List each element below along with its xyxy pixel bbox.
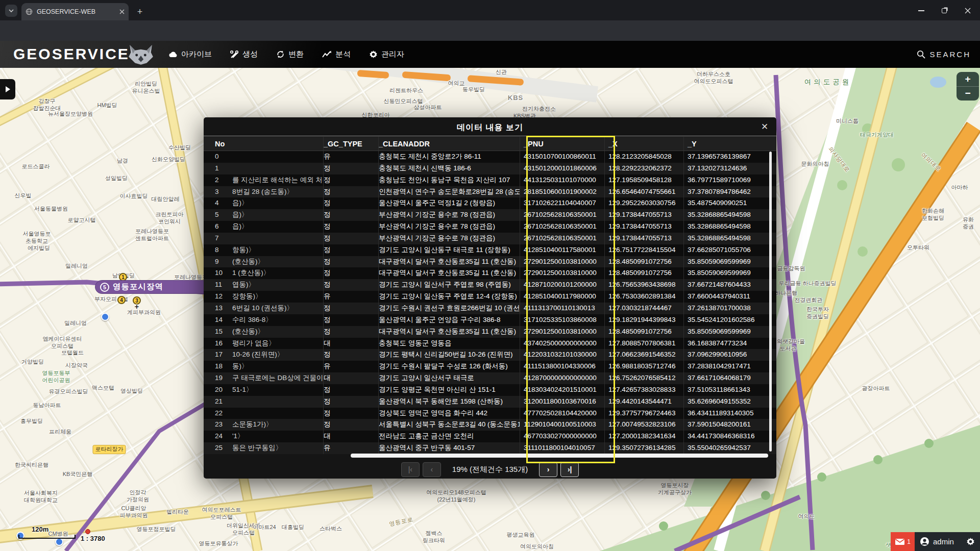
cell-pnu: 4128510400117580001 bbox=[520, 244, 605, 256]
cell-y: 37.26138701700038 bbox=[684, 303, 776, 314]
cell-no: 2를 지산리로 해석하는 예외 처리〉 bbox=[204, 174, 324, 186]
nav-item-convert[interactable]: 변환 bbox=[276, 49, 304, 59]
horizontal-scrollbar[interactable] bbox=[351, 454, 768, 458]
cell-pnu: 2729012500103810000 bbox=[520, 326, 605, 338]
cell-cleanaddr: 대구광역시 달서구 호산동로35길 11 (호산동) bbox=[379, 267, 520, 279]
nav-item-admin[interactable]: 관리자 bbox=[369, 49, 404, 59]
cell-y: 36.79771589710069 bbox=[684, 174, 776, 186]
cell-no: 4읍)〉 bbox=[204, 197, 324, 209]
cell-y: 37.66004437940311 bbox=[684, 291, 776, 303]
table-row[interactable]: 7 정 부산광역시 기장군 용수로 78 (정관읍) 2671025628106… bbox=[204, 233, 776, 244]
column-header-cleanaddr[interactable]: _CLEANADDR bbox=[379, 137, 520, 151]
nav-item-analyze[interactable]: 분석 bbox=[322, 49, 351, 59]
browser-toolbar: geoservice.co.kr 형준 bbox=[0, 20, 980, 41]
browser-tab[interactable]: GEOSERVICE-WEB bbox=[21, 3, 129, 20]
settings-gear-icon[interactable] bbox=[966, 537, 975, 546]
table-row[interactable]: 101 (호산동)〉 정 대구광역시 달서구 호산동로35길 11 (호산동) … bbox=[204, 267, 776, 279]
cell-x: 126.75262076585412 bbox=[605, 372, 684, 384]
table-row[interactable]: 21 정 울산광역시 북구 동해안로 1598 (산하동) 3120011800… bbox=[204, 396, 776, 408]
brand-logo-text[interactable]: GEOSERVICE bbox=[13, 45, 130, 63]
modal-close-button[interactable]: ✕ bbox=[759, 121, 770, 133]
cell-pnu: 4374025000000000000 bbox=[520, 338, 605, 349]
close-window-button[interactable] bbox=[958, 4, 978, 17]
tab-close-icon[interactable] bbox=[119, 9, 125, 14]
cell-no: 136번길 10 (권선동)〉 bbox=[204, 303, 324, 314]
nav-item-label: 생성 bbox=[242, 49, 258, 59]
cell-x: 128.4850991072756 bbox=[605, 326, 684, 338]
table-row[interactable]: 1 정 충청북도 제천시 신백동 186-6 43150120001018600… bbox=[204, 163, 776, 174]
table-row[interactable]: 25동은 반구동임〉 유 울산광역시 중구 반구동 401-57 3111011… bbox=[204, 442, 776, 454]
table-header: No _GC_TYPE _CLEANADDR _PNU _X _Y bbox=[204, 137, 776, 151]
cell-no: 2051-1〉 bbox=[204, 384, 324, 396]
table-row[interactable]: 1710-26 (진위면)〉 정 경기도 평택시 신리길50번길 10-26 (… bbox=[204, 349, 776, 361]
table-row[interactable]: 23소문동1가)〉 정 서울특별시 성북구 동소문로3길 40 (동소문동1가)… bbox=[204, 419, 776, 431]
table-row[interactable]: 15(호산동)〉 정 대구광역시 달서구 호산동로35길 11 (호산동) 27… bbox=[204, 326, 776, 338]
table-row[interactable]: 2를 지산리로 해석하는 예외 처리〉 정 충청남도 천안시 동남구 목천읍 지… bbox=[204, 174, 776, 186]
table-row[interactable]: 2051-1〉 정 경기도 양평군 옥천면 아신리 산 151-1 418303… bbox=[204, 384, 776, 396]
minimize-button[interactable] bbox=[911, 4, 932, 17]
table-row[interactable]: 22 정 경상북도 영덕군 영덕읍 화수리 442 47770250281044… bbox=[204, 408, 776, 419]
restore-icon bbox=[942, 8, 947, 13]
table-row[interactable]: 19구 태극로에는 DB상에 건물이 없음〉 대 경기도 고양시 일산서구 태극… bbox=[204, 372, 776, 384]
search-icon bbox=[917, 50, 925, 59]
table-row[interactable]: 8항동)〉 정 경기도 고양시 일산동구 태극로 11 (장항동) 412851… bbox=[204, 244, 776, 256]
cell-cleanaddr: 경기도 고양시 일산동구 주엽로 12-4 (장항동) bbox=[379, 291, 520, 303]
column-header-no[interactable]: No bbox=[204, 137, 324, 151]
table-row[interactable]: 136번길 10 (권선동)〉 정 경기도 수원시 권선구 효원로266번길 1… bbox=[204, 303, 776, 314]
table-row[interactable]: 0 유 충청북도 제천시 중앙로2가 86-11 431501070010086… bbox=[204, 151, 776, 163]
table-row[interactable]: 4읍)〉 정 울산광역시 울주군 덕정1길 2 (청량읍) 3171026221… bbox=[204, 197, 776, 209]
convert-icon bbox=[276, 50, 285, 59]
first-page-button[interactable]: |‹ bbox=[401, 462, 420, 477]
table-row[interactable]: 14수리 386-8〉 정 울산광역시 울주군 언양읍 구수리 386-8 31… bbox=[204, 314, 776, 326]
cell-no: 0 bbox=[204, 151, 324, 163]
sidebar-expander-button[interactable] bbox=[0, 79, 15, 99]
cell-cleanaddr: 충청남도 천안시 동남구 목천읍 지산리 107 bbox=[379, 174, 520, 186]
cell-no: 22 bbox=[204, 408, 324, 419]
column-header-pnu[interactable]: _PNU bbox=[520, 137, 605, 151]
table-row[interactable]: 16평리가 없음〉 대 충청북도 영동군 영동읍 437402500000000… bbox=[204, 338, 776, 349]
chevron-down-icon bbox=[9, 9, 14, 13]
zoom-in-button[interactable]: + bbox=[957, 72, 979, 87]
cell-y: 37.1320273124636 bbox=[684, 163, 776, 174]
column-header-y[interactable]: _Y bbox=[684, 137, 776, 151]
table-row[interactable]: 11엽동)〉 정 경기도 고양시 일산서구 주엽로 98 (주엽동) 41287… bbox=[204, 279, 776, 291]
table-row[interactable]: 38번길 28 (송도동)〉 정 인천광역시 연수구 송도문화로28번길 28 … bbox=[204, 186, 776, 198]
nav-item-create[interactable]: 생성 bbox=[230, 49, 258, 59]
arrow-right-icon bbox=[6, 86, 10, 92]
tab-search-button[interactable] bbox=[5, 5, 17, 17]
user-status-bar[interactable]: admin bbox=[915, 532, 980, 551]
cell-x: 126.75653963438698 bbox=[605, 279, 684, 291]
last-page-button[interactable]: ›| bbox=[560, 462, 579, 477]
table-row[interactable]: 12장항동)〉 유 경기도 고양시 일산동구 주엽로 12-4 (장항동) 41… bbox=[204, 291, 776, 303]
restore-button[interactable] bbox=[934, 4, 954, 17]
table-row[interactable]: 6읍)〉 정 부산광역시 기장군 용수로 78 (정관읍) 2671025628… bbox=[204, 221, 776, 233]
table-row[interactable]: 5읍)〉 정 부산광역시 기장군 용수로 78 (정관읍) 2671025628… bbox=[204, 209, 776, 221]
next-page-button[interactable]: › bbox=[539, 462, 557, 477]
nav-item-archive[interactable]: 아카이브 bbox=[168, 49, 212, 59]
vertical-scrollbar[interactable] bbox=[769, 152, 772, 452]
cell-x: 126.75303602891384 bbox=[605, 291, 684, 303]
cell-no: 11엽동)〉 bbox=[204, 279, 324, 291]
cell-y: 37.28381042917471 bbox=[684, 361, 776, 372]
cell-cleanaddr: 경기도 고양시 일산서구 주엽로 98 (주엽동) bbox=[379, 279, 520, 291]
cell-x: 127.20001382341634 bbox=[605, 431, 684, 442]
cell-pnu: 4128710200101200000 bbox=[520, 279, 605, 291]
cell-no: 1710-26 (진위면)〉 bbox=[204, 349, 324, 361]
prev-page-button[interactable]: ‹ bbox=[423, 462, 441, 477]
table-row[interactable]: 18동)〉 유 경기도 수원시 팔달구 수성로 126 (화서동) 411151… bbox=[204, 361, 776, 372]
mail-notification-button[interactable]: 1 bbox=[891, 532, 915, 551]
table-row[interactable]: 9(호산동)〉 정 대구광역시 달서구 호산동로35길 11 (호산동) 272… bbox=[204, 256, 776, 268]
cell-cleanaddr: 경기도 평택시 신리길50번길 10-26 (진위면) bbox=[379, 349, 520, 361]
new-tab-button[interactable]: + bbox=[134, 6, 146, 18]
zoom-out-button[interactable]: − bbox=[957, 87, 979, 101]
column-header-x[interactable]: _X bbox=[605, 137, 684, 151]
subway-station-band[interactable]: 5 영등포시장역 bbox=[95, 280, 222, 294]
pagination-status: 19% (전체건수 135개) bbox=[452, 465, 528, 474]
table-row[interactable]: 24'1〉 대 전라남도 고흥군 금산면 오천리 467703302700000… bbox=[204, 431, 776, 442]
column-header-gc-type[interactable]: _GC_TYPE bbox=[324, 137, 379, 151]
cell-gc-type: 정 bbox=[324, 408, 379, 419]
nav-search[interactable]: SEARCH bbox=[917, 41, 971, 68]
cell-no: 19구 태극로에는 DB상에 건물이 없음〉 bbox=[204, 372, 324, 384]
cell-gc-type: 정 bbox=[324, 174, 379, 186]
cell-pnu: 4128510400117980000 bbox=[520, 291, 605, 303]
